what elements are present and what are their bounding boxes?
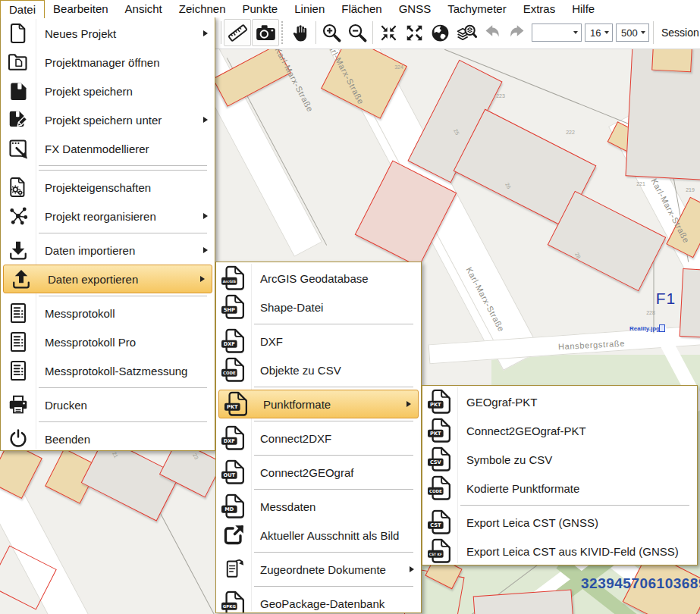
menu-item-fx-datenmodellierer[interactable]: FX Datenmodellierer xyxy=(1,134,215,163)
menu-item-punktformate[interactable]: PKT Punktformate xyxy=(218,390,419,418)
menu-item-label: Connect2GEOgraf xyxy=(251,466,353,479)
menu-item-icon-slot xyxy=(216,524,251,547)
menu-item-kodierte-punktformate[interactable]: CODE Kodierte Punktformate xyxy=(422,474,697,503)
menu-item-messprotokoll-pro[interactable]: Messprotokoll Pro xyxy=(1,327,215,356)
redo-icon[interactable] xyxy=(504,19,530,46)
menu-item-projekteigenschaften[interactable]: Projekteigenschaften xyxy=(1,173,215,202)
menu-item-zugeordnete-dokumente[interactable]: Zugeordnete Dokumente xyxy=(216,555,421,584)
menu-item-projekt-speichern[interactable]: Projekt speichern xyxy=(1,77,215,105)
menu-item-aktueller-ausschnitt-als-bild[interactable]: Aktueller Ausschnitt als Bild xyxy=(216,521,421,550)
undo-icon[interactable] xyxy=(479,19,504,46)
menubar-item-gnss[interactable]: GNSS xyxy=(391,0,440,17)
menu-item-label: Connect2GEOgraf-PKT xyxy=(457,424,586,437)
menu-item-icon-slot: SHP xyxy=(216,293,251,321)
layer-search-icon[interactable] xyxy=(453,19,479,46)
menubar-item-punkte[interactable]: Punkte xyxy=(234,0,287,17)
menu-separator xyxy=(254,324,413,324)
menu-item-icon-slot xyxy=(1,205,36,227)
world-view-icon[interactable] xyxy=(427,19,453,46)
svg-text:CST: CST xyxy=(430,522,441,528)
menu-item-label: Daten importieren xyxy=(36,244,135,257)
menu-item-messprotokoll-satzmessung[interactable]: Messprotokoll-Satzmessung xyxy=(1,356,215,385)
menu-item-icon xyxy=(7,428,30,450)
menu-item-projekt-speichern-unter[interactable]: Projekt speichern unter xyxy=(1,105,215,134)
menu-item-label: Aktueller Ausschnitt als Bild xyxy=(251,529,399,542)
menu-item-icon xyxy=(7,51,30,74)
size-combo[interactable]: 16 xyxy=(585,23,613,42)
menubar-item-bearbeiten[interactable]: Bearbeiten xyxy=(45,0,117,17)
menu-item-icon-slot xyxy=(1,359,36,382)
export-submenu-panel: ArcGIS ArcGIS Geodatabase SHP Shape-Date… xyxy=(215,262,422,613)
menu-item-arcgis-geodatabase[interactable]: ArcGIS ArcGIS Geodatabase xyxy=(216,264,421,293)
pan-icon[interactable] xyxy=(287,19,313,46)
menu-item-icon xyxy=(7,176,30,199)
menu-item-icon xyxy=(222,558,245,581)
menu-item-icon-slot xyxy=(1,22,36,45)
menu-item-icon-slot: PKT xyxy=(422,417,457,445)
menubar-item-zeichnen[interactable]: Zeichnen xyxy=(171,0,234,17)
measure-icon[interactable] xyxy=(224,19,251,46)
chevron-down-icon xyxy=(573,31,578,34)
svg-text:DXF: DXF xyxy=(223,340,234,346)
svg-text:PKT: PKT xyxy=(430,430,441,436)
zoom-out-icon[interactable] xyxy=(344,19,370,46)
menubar-item-linien[interactable]: Linien xyxy=(286,0,333,17)
zoom-fit-icon[interactable] xyxy=(375,19,401,46)
menu-separator xyxy=(254,586,413,587)
menu-item-icon-slot xyxy=(4,268,39,290)
menubar-item-tachymeter[interactable]: Tachymeter xyxy=(439,0,515,17)
menu-item-messprotokoll[interactable]: Messprotokoll xyxy=(1,299,215,327)
menu-item-icon-slot: PKT xyxy=(422,388,457,416)
menu-item-daten-exportieren[interactable]: Daten exportieren xyxy=(3,265,212,293)
empty-combo[interactable] xyxy=(532,23,582,42)
menubar-item-flächen[interactable]: Flächen xyxy=(333,0,390,17)
snapshot-icon[interactable] xyxy=(252,19,279,46)
menu-item-label: Messprotokoll Pro xyxy=(36,336,136,349)
menu-item-export-leica-cst-gnss[interactable]: CST Export Leica CST (GNSS) xyxy=(422,508,697,537)
menu-item-icon-slot: DXF xyxy=(216,327,251,356)
menu-item-shape-datei[interactable]: SHP Shape-Datei xyxy=(216,293,421,321)
menu-item-icon-slot xyxy=(1,302,36,324)
menu-item-dxf[interactable]: DXF DXF xyxy=(216,327,421,356)
building xyxy=(651,46,692,73)
svg-text:PKT: PKT xyxy=(227,403,238,409)
menu-item-symbole-zu-csv[interactable]: CSV Symbole zu CSV xyxy=(422,445,697,474)
menu-item-label: Projekt reorganisieren xyxy=(36,210,156,223)
menu-item-connect2dxf[interactable]: DXF Connect2DXF xyxy=(216,424,421,453)
menubar-item-datei[interactable]: Datei xyxy=(0,0,45,18)
menu-item-icon-slot: DXF xyxy=(216,424,251,453)
menu-item-projektmanager-öffnen[interactable]: Projektmanager öffnen xyxy=(1,48,215,77)
zoom-in-icon[interactable] xyxy=(319,19,344,46)
menu-item-neues-projekt[interactable]: Neues Projekt xyxy=(1,19,215,48)
menu-item-connect2geograf[interactable]: OUT Connect2GEOgraf xyxy=(216,458,421,487)
menubar-item-extras[interactable]: Extras xyxy=(515,0,564,17)
menu-item-label: DXF xyxy=(251,335,283,348)
menu-item-export-leica-cst-aus-kivid-feld-gnss[interactable]: CST KF Export Leica CST aus KIVID-Feld (… xyxy=(422,537,697,565)
menu-item-icon-slot: CSV xyxy=(422,446,457,474)
filetype-icon: CSV xyxy=(428,446,453,474)
menu-item-messdaten[interactable]: MD Messdaten xyxy=(216,492,421,521)
svg-text:CSV: CSV xyxy=(429,459,441,465)
menu-item-drucken[interactable]: Drucken xyxy=(1,390,215,419)
zoom-extents-icon[interactable] xyxy=(401,19,427,46)
menu-item-geograf-pkt[interactable]: PKT GEOgraf-PKT xyxy=(422,387,697,416)
menu-item-connect2geograf-pkt[interactable]: PKT Connect2GEOgraf-PKT xyxy=(422,416,697,445)
menu-item-projekt-reorganisieren[interactable]: Projekt reorganisieren xyxy=(1,202,215,230)
menu-item-objekte-zu-csv[interactable]: CODE Objekte zu CSV xyxy=(216,356,421,384)
menu-item-label: Drucken xyxy=(36,399,87,412)
menubar-item-ansicht[interactable]: Ansicht xyxy=(117,0,171,17)
menu-item-icon xyxy=(7,359,30,382)
menu-item-label: Projekt speichern unter xyxy=(36,114,162,127)
menu-item-label: Export Leica CST aus KIVID-Feld (GNSS) xyxy=(457,545,679,558)
menu-item-icon-slot: CST KF xyxy=(422,537,457,565)
menu-item-beenden[interactable]: Beenden xyxy=(1,424,215,450)
filetype-icon: DXF xyxy=(221,327,246,356)
menubar-item-hilfe[interactable]: Hilfe xyxy=(563,0,603,17)
menu-item-label: GEOgraf-PKT xyxy=(457,396,537,409)
menu-item-geopackage-datenbank[interactable]: GPKG GeoPackage-Datenbank xyxy=(216,589,421,612)
menu-item-label: Symbole zu CSV xyxy=(457,453,552,466)
scale-combo[interactable]: 500 xyxy=(616,23,649,42)
menu-item-daten-importieren[interactable]: Daten importieren xyxy=(1,236,215,265)
scale-combo-value: 500 xyxy=(621,27,638,39)
menu-separator xyxy=(254,489,413,490)
